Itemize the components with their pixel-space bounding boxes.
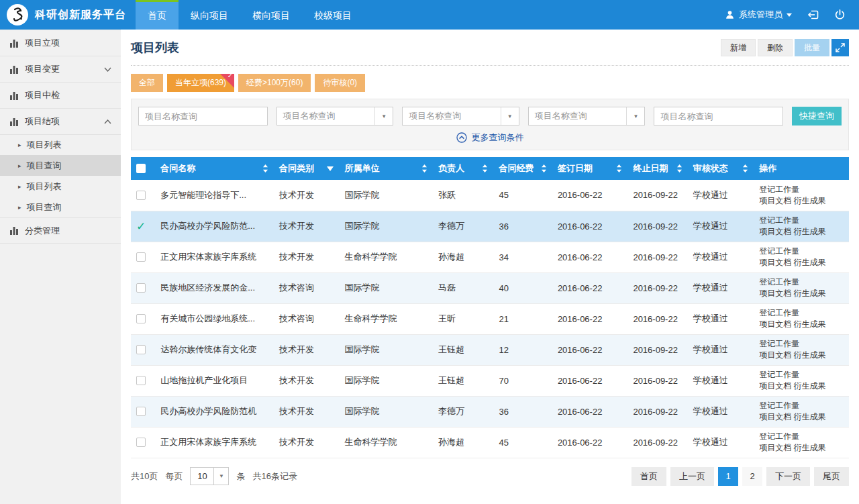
- cell-status: 学校通过: [688, 242, 754, 272]
- action-register-workload[interactable]: 登记工作量: [759, 215, 799, 225]
- search-select-4[interactable]: 项目名称查询▼: [528, 107, 646, 125]
- search-input-1[interactable]: [138, 107, 268, 125]
- cell-actions: 登记工作量项目文档 衍生成果: [754, 427, 849, 458]
- search-select-3[interactable]: 项目名称查询▼: [402, 107, 519, 125]
- filter-tab-3[interactable]: 经费>100万(60): [238, 74, 311, 92]
- page-button-4[interactable]: 2: [742, 467, 762, 486]
- page-button-1[interactable]: 首页: [631, 467, 666, 486]
- row-checkbox[interactable]: [136, 314, 146, 323]
- col-header-4[interactable]: 负责人: [433, 157, 493, 180]
- page-button-5[interactable]: 下一页: [766, 467, 810, 486]
- page-button-6[interactable]: 尾页: [814, 467, 849, 486]
- table-row-6[interactable]: 达斡尔族传统体育文化变技术开发国际学院王钰超122016-06-222016-0…: [131, 334, 849, 365]
- table-row-9[interactable]: 正文用宋体家族字库系统技术开发生命科学学院孙海超452016-06-222016…: [131, 427, 849, 458]
- action-derived-results[interactable]: 衍生成果: [794, 289, 826, 298]
- action-register-workload[interactable]: 登记工作量: [759, 308, 799, 317]
- search-input-5[interactable]: [654, 107, 783, 125]
- cell-unit: 国际学院: [339, 334, 433, 365]
- action-register-workload[interactable]: 登记工作量: [759, 185, 799, 194]
- search-select-2[interactable]: 项目名称查询▼: [276, 107, 394, 125]
- table-row-3[interactable]: 正文用宋体家族字库系统技术开发生命科学学院孙海超342016-06-222016…: [131, 242, 849, 272]
- row-checkbox[interactable]: [136, 345, 146, 354]
- quick-search-button[interactable]: 快捷查询: [792, 107, 842, 125]
- filter-tab-4[interactable]: 待审核(0): [315, 74, 365, 92]
- row-checkbox[interactable]: [136, 191, 146, 200]
- cell-leader: 王钰超: [433, 334, 493, 365]
- expand-button[interactable]: [831, 39, 849, 56]
- sidebar-item-1[interactable]: 项目立项: [0, 30, 121, 56]
- action-derived-results[interactable]: 衍生成果: [794, 319, 826, 329]
- row-checkbox[interactable]: [136, 252, 146, 262]
- col-header-7[interactable]: 终止日期: [627, 157, 687, 180]
- sidebar-subitem-label: 项目查询: [27, 160, 62, 172]
- action-project-docs[interactable]: 项目文档: [759, 196, 791, 205]
- filter-tab-2[interactable]: 当年立项(639)✓: [167, 74, 234, 92]
- more-conditions-link[interactable]: 更多查询条件: [138, 125, 842, 148]
- select-all-checkbox[interactable]: [136, 164, 146, 173]
- action-project-docs[interactable]: 项目文档: [759, 258, 791, 267]
- row-checkbox[interactable]: [136, 407, 146, 416]
- cell-status: 学校通过: [688, 334, 754, 365]
- col-header-1[interactable]: 合同名称: [155, 157, 274, 180]
- batch-button[interactable]: 批量: [795, 39, 829, 56]
- action-project-docs[interactable]: 项目文档: [759, 289, 791, 298]
- user-name: 系统管理员: [739, 9, 782, 21]
- search-fields: 项目名称查询▼项目名称查询▼项目名称查询▼快捷查询: [138, 107, 842, 125]
- sidebar-item-3[interactable]: 项目中检: [0, 82, 121, 108]
- delete-button[interactable]: 删除: [758, 39, 793, 56]
- action-project-docs[interactable]: 项目文档: [759, 350, 791, 360]
- action-project-docs[interactable]: 项目文档: [759, 319, 791, 329]
- action-project-docs[interactable]: 项目文档: [759, 381, 791, 391]
- action-project-docs[interactable]: 项目文档: [759, 227, 791, 236]
- nav-tab-1[interactable]: 首页: [136, 0, 179, 30]
- row-checkbox[interactable]: [136, 376, 146, 385]
- action-derived-results[interactable]: 衍生成果: [794, 227, 826, 236]
- sidebar-item-9[interactable]: 分类管理: [0, 217, 121, 244]
- action-derived-results[interactable]: 衍生成果: [794, 258, 826, 267]
- action-register-workload[interactable]: 登记工作量: [759, 401, 799, 410]
- per-page-select[interactable]: 10 ▼: [190, 467, 229, 485]
- check-icon[interactable]: ✓: [136, 220, 146, 233]
- table-row-4[interactable]: 民族地区经济发展的金...技术咨询国际学院马磊402016-06-222016-…: [131, 272, 849, 303]
- action-register-workload[interactable]: 登记工作量: [759, 370, 799, 379]
- action-derived-results[interactable]: 衍生成果: [794, 350, 826, 360]
- col-header-8[interactable]: 审核状态: [688, 157, 754, 180]
- sidebar-subitem-6[interactable]: ▸项目查询: [0, 155, 121, 176]
- table-row-8[interactable]: 民办高校办学风险防范机技术开发国际学院李德万362016-06-222016-0…: [131, 396, 849, 427]
- nav-tab-3[interactable]: 横向项目: [240, 0, 302, 30]
- nav-tab-2[interactable]: 纵向项目: [179, 0, 240, 30]
- page-button-2[interactable]: 上一页: [670, 467, 714, 486]
- sidebar-subitem-7[interactable]: ▸项目列表: [0, 176, 121, 197]
- nav-tab-4[interactable]: 校级项目: [302, 0, 364, 30]
- action-derived-results[interactable]: 衍生成果: [794, 381, 826, 391]
- action-derived-results[interactable]: 衍生成果: [794, 443, 826, 452]
- add-button[interactable]: 新增: [721, 39, 756, 56]
- action-register-workload[interactable]: 登记工作量: [759, 339, 799, 348]
- user-menu[interactable]: 系统管理员: [725, 9, 792, 21]
- logout-icon[interactable]: [807, 9, 819, 21]
- action-derived-results[interactable]: 衍生成果: [794, 412, 826, 421]
- filter-tab-1[interactable]: 全部: [131, 74, 163, 92]
- table-row-7[interactable]: 山地拖拉机产业化项目技术开发国际学院王钰超702016-06-222016-09…: [131, 365, 849, 396]
- action-derived-results[interactable]: 衍生成果: [794, 196, 826, 205]
- action-register-workload[interactable]: 登记工作量: [759, 277, 799, 287]
- col-header-5[interactable]: 合同经费: [493, 157, 552, 180]
- row-checkbox[interactable]: [136, 283, 146, 293]
- sidebar-item-2[interactable]: 项目变更: [0, 56, 121, 82]
- col-header-3[interactable]: 所属单位: [339, 157, 433, 180]
- sidebar-subitem-8[interactable]: ▸项目查询: [0, 197, 121, 217]
- action-project-docs[interactable]: 项目文档: [759, 412, 791, 421]
- col-header-6[interactable]: 签订日期: [552, 157, 628, 180]
- table-row-5[interactable]: 有关城市公园绿地系统...技术咨询生命科学学院王昕212016-06-22201…: [131, 303, 849, 334]
- action-project-docs[interactable]: 项目文档: [759, 443, 791, 452]
- sidebar-item-4[interactable]: 项目结项: [0, 108, 121, 134]
- page-button-3[interactable]: 1: [718, 467, 738, 486]
- col-header-2[interactable]: 合同类别: [274, 157, 339, 180]
- table-row-1[interactable]: 多元智能理论指导下...技术开发国际学院张跃452016-06-222016-0…: [131, 180, 849, 211]
- action-register-workload[interactable]: 登记工作量: [759, 432, 799, 441]
- action-register-workload[interactable]: 登记工作量: [759, 246, 799, 256]
- power-icon[interactable]: [834, 9, 846, 21]
- row-checkbox[interactable]: [136, 438, 146, 447]
- table-row-2[interactable]: ✓民办高校办学风险防范...技术开发国际学院李德万362016-06-22201…: [131, 211, 849, 242]
- sidebar-subitem-5[interactable]: ▸项目列表: [0, 134, 121, 155]
